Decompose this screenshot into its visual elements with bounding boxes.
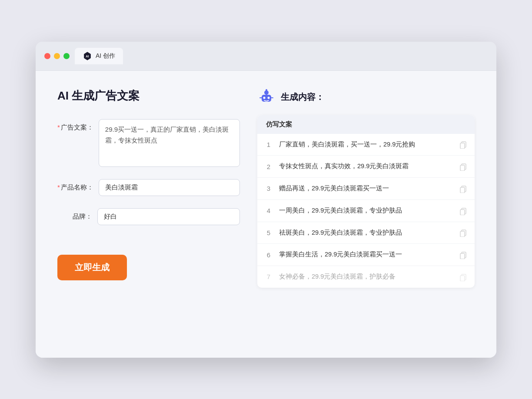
table-row: 3赠品再送，29.9元美白淡斑霜买一送一 <box>257 178 475 200</box>
svg-rect-21 <box>460 253 465 259</box>
svg-point-7 <box>266 89 267 91</box>
result-text: 一周美白，29.9元美白淡斑霜，专业护肤品 <box>279 206 453 216</box>
result-number: 2 <box>264 163 273 170</box>
left-panel: AI 生成广告文案 *广告文案： 29.9买一送一，真正的厂家直销，美白淡斑霜，… <box>57 88 240 340</box>
result-number: 3 <box>264 185 273 192</box>
ad-copy-textarea[interactable]: 29.9买一送一，真正的厂家直销，美白淡斑霜，专抹女性斑点 <box>99 119 240 167</box>
result-number: 5 <box>264 229 273 236</box>
result-number: 6 <box>264 251 273 259</box>
svg-rect-19 <box>460 231 465 237</box>
copy-button[interactable] <box>459 184 468 193</box>
svg-rect-11 <box>460 143 465 149</box>
result-text: 专抹女性斑点，真实功效，29.9元美白淡斑霜 <box>279 162 453 171</box>
table-row: 4一周美白，29.9元美白淡斑霜，专业护肤品 <box>257 200 475 222</box>
results-table: 仿写文案 1厂家直销，美白淡斑霜，买一送一，29.9元抢购 2专抹女性斑点，真实… <box>257 115 475 288</box>
result-text: 女神必备，29.9元美白淡斑霜，护肤必备 <box>279 272 453 282</box>
page-title: AI 生成广告文案 <box>57 88 240 103</box>
svg-rect-17 <box>460 209 465 215</box>
ad-copy-row: *广告文案： 29.9买一送一，真正的厂家直销，美白淡斑霜，专抹女性斑点 <box>57 119 240 167</box>
product-name-row: *产品名称： <box>57 179 240 196</box>
result-text: 赠品再送，29.9元美白淡斑霜买一送一 <box>279 184 453 193</box>
required-star-1: * <box>57 123 60 131</box>
copy-button[interactable] <box>459 162 468 171</box>
traffic-lights <box>44 53 70 59</box>
right-panel: 生成内容： 仿写文案 1厂家直销，美白淡斑霜，买一送一，29.9元抢购 2专抹女… <box>257 88 475 340</box>
copy-button[interactable] <box>459 206 468 215</box>
table-row: 5祛斑美白，29.9元美白淡斑霜，专业护肤品 <box>257 222 475 244</box>
results-list: 1厂家直销，美白淡斑霜，买一送一，29.9元抢购 2专抹女性斑点，真实功效，29… <box>257 134 475 288</box>
titlebar: AI AI 创作 <box>36 42 496 71</box>
result-number: 1 <box>264 141 273 148</box>
copy-button[interactable] <box>459 140 468 149</box>
tab-label: AI 创作 <box>96 52 115 60</box>
generate-button[interactable]: 立即生成 <box>57 255 127 280</box>
brand-label: 品牌： <box>57 208 92 221</box>
svg-text:AI: AI <box>86 54 89 58</box>
svg-rect-3 <box>262 95 271 102</box>
close-button[interactable] <box>44 53 50 59</box>
svg-point-5 <box>268 96 270 99</box>
result-number: 7 <box>264 273 273 280</box>
right-panel-title: 生成内容： <box>281 91 324 103</box>
table-row: 6掌握美白生活，29.9元美白淡斑霜买一送一 <box>257 244 475 266</box>
product-name-input[interactable] <box>99 179 240 196</box>
result-text: 掌握美白生活，29.9元美白淡斑霜买一送一 <box>279 250 453 259</box>
results-header: 仿写文案 <box>257 115 475 134</box>
table-row: 2专抹女性斑点，真实功效，29.9元美白淡斑霜 <box>257 156 475 178</box>
copy-button[interactable] <box>459 273 468 281</box>
brand-input[interactable] <box>97 208 240 225</box>
copy-button[interactable] <box>459 228 468 237</box>
maximize-button[interactable] <box>63 53 70 59</box>
table-row: 1厂家直销，美白淡斑霜，买一送一，29.9元抢购 <box>257 134 475 156</box>
ai-tab[interactable]: AI AI 创作 <box>75 48 123 64</box>
result-text: 祛斑美白，29.9元美白淡斑霜，专业护肤品 <box>279 228 453 238</box>
robot-icon <box>257 88 276 106</box>
product-name-label: *产品名称： <box>57 179 93 192</box>
brand-row: 品牌： <box>57 208 240 225</box>
ai-tab-icon: AI <box>83 51 92 61</box>
browser-window: AI AI 创作 AI 生成广告文案 *广告文案： 29.9买一送一，真正的厂家… <box>36 42 496 358</box>
minimize-button[interactable] <box>54 53 60 59</box>
svg-rect-13 <box>460 165 465 171</box>
right-header: 生成内容： <box>257 88 475 106</box>
svg-rect-23 <box>460 276 465 281</box>
svg-point-4 <box>263 96 266 99</box>
result-text: 厂家直销，美白淡斑霜，买一送一，29.9元抢购 <box>279 140 453 150</box>
table-row: 7女神必备，29.9元美白淡斑霜，护肤必备 <box>257 266 475 288</box>
ad-copy-label: *广告文案： <box>57 119 93 132</box>
required-star-2: * <box>57 183 60 191</box>
browser-content: AI 生成广告文案 *广告文案： 29.9买一送一，真正的厂家直销，美白淡斑霜，… <box>36 71 496 358</box>
svg-rect-15 <box>460 187 465 193</box>
result-number: 4 <box>264 207 273 214</box>
copy-button[interactable] <box>459 250 468 259</box>
